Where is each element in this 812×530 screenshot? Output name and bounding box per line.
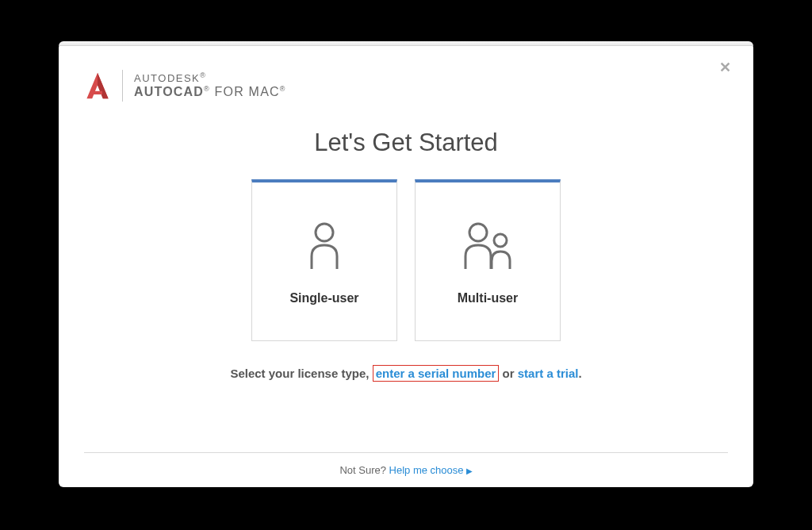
help-choose-link[interactable]: Help me choose [389,464,464,476]
enter-serial-link[interactable]: enter a serial number [373,365,500,382]
license-options: Single-user Multi-user [84,179,728,341]
single-user-label: Single-user [289,291,358,305]
autocad-logo-icon [84,71,111,100]
instruction-suffix: . [578,367,581,380]
chevron-right-icon: ▶ [466,467,473,475]
brand-text: AUTODESK® AUTOCAD® FOR MAC® [134,71,286,100]
page-title: Let's Get Started [84,129,728,157]
multi-user-icon [456,218,519,274]
license-dialog: ✕ AUTODESK® AUTOCAD® FOR MAC® Let's Get … [59,43,753,487]
svg-point-1 [316,224,333,241]
brand-divider [122,70,123,102]
brand-company: AUTODESK® [134,71,286,85]
single-user-icon [293,218,356,274]
instruction-text: Select your license type, enter a serial… [84,367,728,380]
single-user-card[interactable]: Single-user [251,179,397,341]
brand-product: AUTOCAD® FOR MAC® [134,85,286,100]
titlebar [59,41,753,46]
instruction-prefix: Select your license type, [230,367,369,380]
instruction-middle: or [499,367,517,380]
brand-header: AUTODESK® AUTOCAD® FOR MAC® [84,70,728,102]
svg-point-3 [494,234,507,247]
multi-user-card[interactable]: Multi-user [415,179,561,341]
start-trial-link[interactable]: start a trial [518,367,579,380]
svg-point-2 [469,224,487,241]
svg-rect-0 [93,91,102,94]
multi-user-label: Multi-user [458,291,518,305]
footer: Not Sure? Help me choose▶ [84,452,728,487]
footer-prefix: Not Sure? [339,464,389,476]
close-icon[interactable]: ✕ [719,60,731,75]
